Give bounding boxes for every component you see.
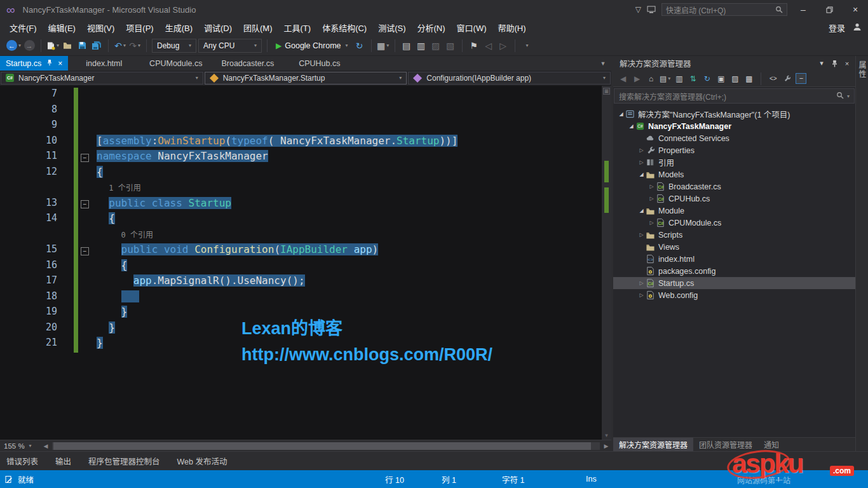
code-editor[interactable]: 78910[assembly:OwinStartup(typeof( Nancy… bbox=[0, 86, 611, 440]
tree-item-5[interactable]: ◢Models bbox=[613, 168, 855, 180]
editor-splitter-handle[interactable]: ☰ bbox=[603, 88, 610, 95]
member-dropdown[interactable]: Configuration(IAppBuilder app) ▾ bbox=[408, 72, 611, 85]
collapse-all-button[interactable]: ▣ bbox=[715, 72, 726, 85]
bottom-tab-0[interactable]: 错误列表 bbox=[6, 455, 38, 467]
collapse-region-icon[interactable]: − bbox=[81, 247, 89, 255]
tree-item-10[interactable]: ▷Scripts bbox=[613, 229, 855, 241]
collapse-arrow-icon[interactable]: ◢ bbox=[617, 111, 625, 117]
navigate-forward-button[interactable]: → bbox=[23, 38, 36, 53]
tree-item-15[interactable]: ▷Web.config bbox=[613, 289, 855, 301]
tree-item-0[interactable]: ◢解决方案"NancyFxTaskManager"(1 个项目) bbox=[613, 108, 855, 120]
tab-pin-icon[interactable] bbox=[46, 59, 53, 68]
restore-button[interactable] bbox=[819, 2, 839, 17]
expand-arrow-icon[interactable]: ▷ bbox=[637, 159, 646, 165]
menu-item-11[interactable]: 窗口(W) bbox=[451, 19, 492, 36]
comment-button[interactable]: ▨ bbox=[430, 38, 442, 53]
tree-item-6[interactable]: ▷C#Broadcaster.cs bbox=[613, 180, 855, 193]
minimize-button[interactable]: – bbox=[793, 2, 813, 17]
tree-item-12[interactable]: <>index.html bbox=[613, 253, 855, 265]
vertical-scrollbar[interactable]: ▲ ▼ bbox=[602, 86, 611, 440]
close-panel-icon[interactable]: × bbox=[841, 58, 853, 69]
tree-item-8[interactable]: ◢Module bbox=[613, 205, 855, 217]
scroll-right-arrow-icon[interactable]: ▶ bbox=[601, 443, 611, 449]
platform-select[interactable]: Any CPU▾ bbox=[198, 39, 262, 53]
solution-back-button[interactable]: ◀ bbox=[618, 72, 628, 85]
collapse-region-icon[interactable]: − bbox=[81, 154, 89, 162]
browser-link-button[interactable]: ▦▾ bbox=[377, 38, 390, 53]
save-button[interactable] bbox=[76, 38, 88, 53]
menu-item-6[interactable]: 团队(M) bbox=[238, 19, 278, 36]
debug-config-select[interactable]: Debug▾ bbox=[152, 39, 196, 53]
sync-with-active-document-button[interactable]: ⇅ bbox=[688, 72, 698, 85]
horizontal-scroll-thumb[interactable] bbox=[53, 442, 591, 450]
expand-arrow-icon[interactable]: ▷ bbox=[637, 292, 646, 298]
home-button[interactable]: ⌂ bbox=[646, 72, 656, 85]
user-avatar-icon[interactable] bbox=[853, 22, 862, 33]
collapse-arrow-icon[interactable]: ◢ bbox=[637, 172, 646, 177]
tree-item-13[interactable]: packages.config bbox=[613, 265, 855, 277]
tree-item-3[interactable]: ▷Properties bbox=[613, 144, 855, 156]
switch-views-button[interactable]: ▤▾ bbox=[660, 72, 670, 85]
preview-selected-items-button[interactable]: − bbox=[796, 73, 806, 84]
solution-forward-button[interactable]: ▶ bbox=[632, 72, 642, 85]
pending-changes-filter-button[interactable]: ▥ bbox=[674, 72, 684, 85]
menu-item-5[interactable]: 调试(D) bbox=[198, 19, 238, 36]
undo-button[interactable]: ↶▾ bbox=[114, 38, 126, 53]
properties-button[interactable]: ▩ bbox=[743, 72, 754, 85]
menu-item-8[interactable]: 体系结构(C) bbox=[316, 19, 372, 36]
autohide-tab-properties[interactable]: 属性 bbox=[857, 61, 867, 79]
editor-tab-3[interactable]: Broadcaster.cs bbox=[212, 56, 283, 71]
menu-item-1[interactable]: 编辑(E) bbox=[43, 19, 81, 36]
pin-icon[interactable] bbox=[829, 58, 840, 69]
refresh-button[interactable]: ↻ bbox=[702, 72, 712, 85]
close-button[interactable]: × bbox=[845, 2, 865, 17]
menu-item-10[interactable]: 分析(N) bbox=[412, 19, 451, 36]
menu-item-0[interactable]: 文件(F) bbox=[4, 19, 43, 36]
tree-item-9[interactable]: ▷C#CPUModule.cs bbox=[613, 217, 855, 229]
menu-item-7[interactable]: 工具(T) bbox=[278, 19, 317, 36]
tab-close-icon[interactable]: × bbox=[58, 59, 62, 68]
start-debug-button[interactable]: ▶ Google Chrome ▾ bbox=[273, 38, 351, 53]
bottom-tab-2[interactable]: 程序包管理器控制台 bbox=[88, 455, 160, 467]
expand-arrow-icon[interactable]: ▷ bbox=[637, 280, 646, 286]
new-project-button[interactable]: ▾ bbox=[46, 38, 59, 53]
collapse-arrow-icon[interactable]: ◢ bbox=[637, 208, 646, 214]
previous-bookmark-button[interactable]: ◁ bbox=[482, 38, 495, 53]
toolbar-overflow-button[interactable]: ▾ bbox=[520, 38, 533, 53]
decrease-indent-button[interactable]: ▤ bbox=[400, 38, 413, 53]
tree-item-7[interactable]: ▷C#CPUHub.cs bbox=[613, 193, 855, 205]
screen-icon[interactable] bbox=[647, 6, 656, 13]
tab-list-dropdown-icon[interactable]: ▼ bbox=[595, 56, 611, 71]
quick-launch-input[interactable]: 快速启动 (Ctrl+Q) bbox=[661, 3, 787, 16]
sign-in-link[interactable]: 登录 bbox=[829, 22, 845, 34]
type-dropdown[interactable]: NancyFxTaskManager.Startup ▾ bbox=[205, 72, 407, 85]
tree-item-1[interactable]: ◢C#NancyFxTaskManager bbox=[613, 120, 855, 132]
bookmark-button[interactable]: ⚑ bbox=[468, 38, 480, 53]
zoom-select[interactable]: 155 %▾ bbox=[0, 440, 41, 452]
scroll-down-arrow-icon[interactable]: ▼ bbox=[602, 431, 611, 440]
editor-tab-2[interactable]: CPUModule.cs bbox=[140, 56, 212, 71]
menu-item-2[interactable]: 视图(V) bbox=[81, 19, 120, 36]
navigate-back-button[interactable]: ←▾ bbox=[6, 38, 21, 53]
expand-arrow-icon[interactable]: ▷ bbox=[637, 147, 646, 153]
tree-item-4[interactable]: ▷引用 bbox=[613, 156, 855, 168]
expand-arrow-icon[interactable]: ▷ bbox=[648, 184, 656, 189]
menu-item-3[interactable]: 项目(P) bbox=[120, 19, 159, 36]
expand-arrow-icon[interactable]: ▷ bbox=[637, 232, 646, 238]
collapse-arrow-icon[interactable]: ◢ bbox=[627, 123, 635, 129]
menu-item-12[interactable]: 帮助(H) bbox=[492, 19, 532, 36]
expand-arrow-icon[interactable]: ▷ bbox=[648, 220, 656, 226]
expand-arrow-icon[interactable]: ▷ bbox=[648, 196, 656, 201]
menu-item-4[interactable]: 生成(B) bbox=[159, 19, 198, 36]
uncomment-button[interactable]: ▧ bbox=[444, 38, 457, 53]
tool-window-tab-0[interactable]: 解决方案资源管理器 bbox=[613, 438, 693, 451]
save-all-button[interactable] bbox=[90, 38, 103, 53]
search-options-icon[interactable]: ▾ bbox=[847, 93, 850, 99]
editor-tab-4[interactable]: CPUHub.cs bbox=[283, 56, 355, 71]
scroll-left-arrow-icon[interactable]: ◀ bbox=[41, 443, 51, 449]
bottom-tab-3[interactable]: Web 发布活动 bbox=[177, 455, 227, 467]
next-bookmark-button[interactable]: ▷ bbox=[497, 38, 510, 53]
feedback-icon[interactable]: ▽ bbox=[635, 5, 641, 14]
show-all-files-button[interactable]: ▨ bbox=[729, 72, 740, 85]
editor-tab-1[interactable]: index.html bbox=[68, 56, 140, 71]
